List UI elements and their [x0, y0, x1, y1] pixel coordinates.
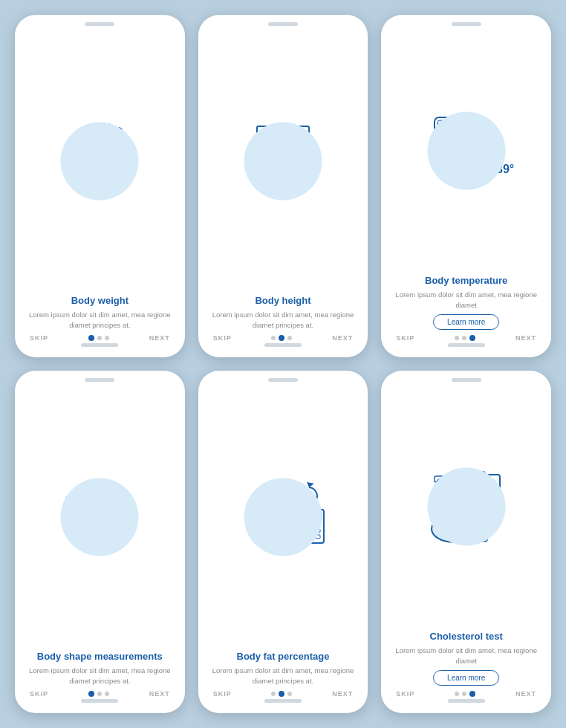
nav-row: SKIP NEXT	[206, 334, 361, 342]
skip-button[interactable]: SKIP	[213, 334, 232, 342]
dots	[455, 691, 475, 697]
dot-3	[105, 336, 109, 340]
skip-button[interactable]: SKIP	[30, 334, 48, 342]
card-desc: Lorem ipsum dolor sit dim amet, mea regi…	[394, 646, 538, 666]
card-title: Cholesterol test	[430, 631, 503, 643]
dot-3	[287, 336, 292, 340]
card-body-temperature: 36,6 C° 36,6 C° 39° Body temperatur	[381, 15, 551, 357]
card-desc: Lorem ipsum dolor sit dim amet, mea regi…	[212, 666, 355, 686]
dot-1	[271, 336, 276, 340]
next-button[interactable]: NEXT	[149, 690, 170, 698]
dots	[271, 691, 292, 697]
nav-row: SKIP NEXT	[22, 690, 178, 698]
dot-3	[287, 692, 292, 696]
card-title: Body shape measurements	[37, 651, 163, 663]
card-title: Body height	[255, 295, 310, 308]
nav-row: SKIP NEXT	[206, 690, 361, 698]
card-body-height: Body height Lorem ipsum dolor sit dim am…	[198, 15, 368, 357]
dot-2	[462, 336, 466, 340]
illustration-body-shape	[22, 388, 178, 646]
illustration-body-weight: 75	[22, 32, 178, 290]
skip-button[interactable]: SKIP	[213, 690, 232, 698]
card-title: Body fat percentage	[237, 651, 330, 663]
dot-1	[455, 692, 459, 696]
nav-row: SKIP NEXT	[388, 334, 544, 342]
dot-1	[455, 336, 459, 340]
dot-2	[279, 335, 284, 341]
next-button[interactable]: NEXT	[332, 334, 353, 342]
learn-more-button[interactable]: Learn more	[433, 314, 499, 330]
card-body-fat: 40% Body fat percentage Lorem ipsum dolo…	[198, 371, 368, 713]
dot-3	[105, 692, 109, 696]
dots	[88, 691, 109, 697]
card-desc: Lorem ipsum dolor sit dim amet, mea regi…	[212, 310, 355, 330]
card-desc: Lorem ipsum dolor sit dim amet, mea regi…	[28, 310, 172, 330]
dot-1	[88, 335, 94, 341]
card-title: Body temperature	[425, 275, 507, 287]
card-desc: Lorem ipsum dolor sit dim amet, mea regi…	[28, 666, 172, 686]
card-body-weight: 75 Body weight Lorem ipsum dolor sit dim…	[15, 15, 185, 357]
skip-button[interactable]: SKIP	[396, 690, 414, 698]
dot-3	[469, 335, 475, 341]
dot-2	[97, 336, 102, 340]
next-button[interactable]: NEXT	[332, 690, 353, 698]
next-button[interactable]: NEXT	[515, 334, 536, 342]
next-button[interactable]: NEXT	[515, 690, 536, 698]
card-desc: Lorem ipsum dolor sit dim amet, mea regi…	[394, 290, 538, 310]
card-cholesterol: Cholesterol test Lorem ipsum dolor sit d…	[381, 371, 551, 713]
dot-1	[271, 692, 276, 696]
learn-more-button[interactable]: Learn more	[433, 670, 499, 686]
dot-2	[462, 692, 466, 696]
illustration-body-fat: 40%	[206, 388, 361, 646]
card-body-shape: Body shape measurements Lorem ipsum dolo…	[15, 371, 185, 713]
next-button[interactable]: NEXT	[149, 334, 170, 342]
skip-button[interactable]: SKIP	[30, 690, 48, 698]
nav-row: SKIP NEXT	[22, 334, 178, 342]
dot-2	[279, 691, 284, 697]
illustration-cholesterol	[388, 388, 544, 626]
nav-row: SKIP NEXT	[388, 690, 544, 698]
illustration-body-height	[206, 32, 361, 290]
dot-1	[88, 691, 94, 697]
dot-3	[469, 691, 475, 697]
dots	[88, 335, 109, 341]
skip-button[interactable]: SKIP	[396, 334, 414, 342]
illustration-body-temperature: 36,6 C° 36,6 C° 39°	[388, 32, 544, 270]
dots	[271, 335, 292, 341]
dots	[455, 335, 475, 341]
card-title: Body weight	[71, 295, 129, 308]
cards-grid: 75 Body weight Lorem ipsum dolor sit dim…	[0, 0, 566, 728]
dot-2	[97, 692, 102, 696]
